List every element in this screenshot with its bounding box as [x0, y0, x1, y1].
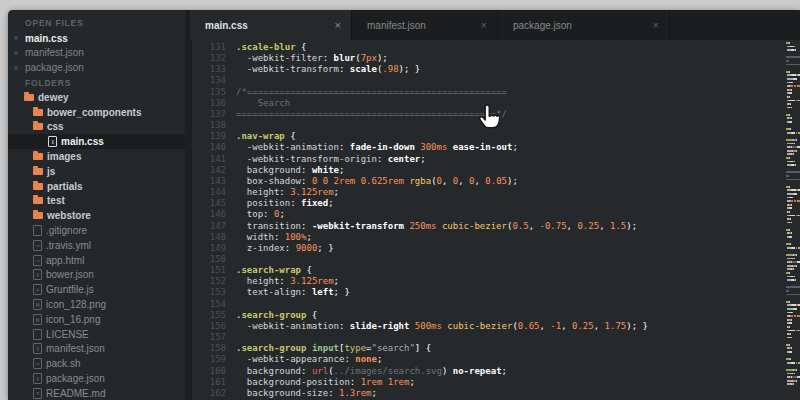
- code-line[interactable]: background-size: 1.3rem;: [236, 388, 786, 399]
- code-token: ;: [306, 232, 311, 242]
- code-line[interactable]: -webkit-animation: fade-in-down 300ms ea…: [236, 142, 786, 153]
- code-line[interactable]: background: white;: [236, 165, 786, 176]
- code-line[interactable]: text-align: left; }: [236, 287, 786, 298]
- code-token: -webkit-transform: [312, 221, 404, 231]
- line-number: 136: [192, 98, 226, 109]
- tree-item[interactable]: bower_components: [8, 105, 185, 120]
- code-token: [236, 142, 247, 152]
- code-line[interactable]: [236, 332, 786, 343]
- line-number: 131: [192, 42, 226, 53]
- open-file-item[interactable]: ×main.css: [8, 31, 185, 46]
- line-number: 156: [192, 321, 226, 332]
- tree-item[interactable]: images: [8, 149, 185, 164]
- code-line[interactable]: Search: [236, 98, 786, 109]
- tree-item[interactable]: webstore: [8, 208, 185, 223]
- code-line[interactable]: height: 3.125rem;: [236, 187, 786, 198]
- minimap-line: [786, 193, 800, 195]
- code-line[interactable]: top: 0;: [236, 209, 786, 220]
- comment-token: Search: [236, 98, 290, 108]
- tab-package.json[interactable]: package.json×: [498, 10, 670, 40]
- minimap-line: [786, 286, 800, 288]
- code-token: 0.25: [572, 321, 594, 331]
- code-line[interactable]: -webkit-animation: slide-right 500ms cub…: [236, 321, 786, 332]
- minimap-line: [786, 358, 800, 360]
- code-token: .nav-wrap: [236, 131, 285, 141]
- code-line[interactable]: [236, 254, 786, 265]
- close-icon[interactable]: ×: [12, 64, 20, 72]
- tree-item[interactable]: ▨icon_16.png: [8, 312, 185, 327]
- code-line[interactable]: .scale-blur {: [236, 42, 786, 53]
- minimap-line: [786, 103, 800, 105]
- code-line[interactable]: .search-group input[type="search"] {: [236, 343, 786, 354]
- minimap-line: [786, 383, 800, 385]
- tab-close-icon[interactable]: ×: [653, 19, 659, 31]
- code-line[interactable]: -webkit-transform-origin: center;: [236, 154, 786, 165]
- tree-item[interactable]: <>pack.sh: [8, 356, 185, 371]
- code-token: 0.65: [518, 321, 540, 331]
- tree-item[interactable]: <>app.html: [8, 253, 185, 268]
- minimap-line: [786, 254, 800, 256]
- minimap-line: [786, 42, 800, 44]
- code-buffer[interactable]: .scale-blur { -webkit-filter: blur(7px);…: [230, 40, 786, 400]
- tab-manifest.json[interactable]: manifest.json×: [352, 10, 498, 40]
- code-line[interactable]: position: fixed;: [236, 198, 786, 209]
- code-line[interactable]: width: 100%;: [236, 232, 786, 243]
- code-token: [236, 276, 247, 286]
- open-file-item[interactable]: ×package.json: [8, 60, 185, 75]
- code-line[interactable]: .nav-wrap {: [236, 131, 786, 142]
- minimap[interactable]: [786, 40, 800, 400]
- tree-item[interactable]: {}bower.json: [8, 268, 185, 283]
- code-line[interactable]: ========================================…: [236, 109, 786, 120]
- minimap-line: [786, 143, 800, 145]
- minimap-line: [786, 362, 800, 364]
- tree-item[interactable]: {}manifest.json: [8, 342, 185, 357]
- tree-item[interactable]: js: [8, 164, 185, 179]
- tree-item[interactable]: <>.travis.yml: [8, 238, 185, 253]
- tree-item[interactable]: ▨icon_128.png: [8, 297, 185, 312]
- code-line[interactable]: [236, 75, 786, 86]
- code-line[interactable]: /*======================================…: [236, 87, 786, 98]
- code-line[interactable]: [236, 120, 786, 131]
- code-line[interactable]: -webkit-transform: scale(.98); }: [236, 64, 786, 75]
- code-line[interactable]: z-index: 9000; }: [236, 243, 786, 254]
- tree-item-label: css: [47, 121, 64, 132]
- tree-item[interactable]: {}package.json: [8, 371, 185, 386]
- line-number: 137: [192, 109, 226, 120]
- code-line[interactable]: -webkit-filter: blur(7px);: [236, 53, 786, 64]
- tree-item[interactable]: .gitignore: [8, 223, 185, 238]
- tree-item[interactable]: ¶README.md: [8, 386, 185, 400]
- code-line[interactable]: .search-wrap {: [236, 265, 786, 276]
- tree-item[interactable]: jsGruntfile.js: [8, 282, 185, 297]
- tree-item[interactable]: test: [8, 194, 185, 209]
- code-line[interactable]: [236, 299, 786, 310]
- code-line[interactable]: transition: -webkit-transform 250ms cubi…: [236, 221, 786, 232]
- code-token: transition: [247, 221, 301, 231]
- tree-item[interactable]: {}main.css: [8, 134, 185, 149]
- tree-item[interactable]: partials: [8, 179, 185, 194]
- code-token: ,: [529, 221, 540, 231]
- tree-item[interactable]: dewey: [8, 90, 185, 105]
- code-token: input: [312, 343, 339, 353]
- code-line[interactable]: .search-group {: [236, 310, 786, 321]
- tab-close-icon[interactable]: ×: [335, 19, 341, 31]
- minimap-line: [786, 297, 800, 299]
- tree-item[interactable]: css: [8, 120, 185, 135]
- code-line[interactable]: box-shadow: 0 0 2rem 0.625rem rgba(0, 0,…: [236, 176, 786, 187]
- close-icon[interactable]: ×: [12, 34, 20, 42]
- tab-main.css[interactable]: main.css×: [190, 10, 352, 40]
- code-token: ); }: [626, 321, 648, 331]
- code-token: .search-wrap: [236, 265, 301, 275]
- open-file-label: main.css: [25, 33, 68, 44]
- close-icon[interactable]: ×: [12, 49, 20, 57]
- code-line[interactable]: background-position: 1rem 1rem;: [236, 377, 786, 388]
- open-file-item[interactable]: ×manifest.json: [8, 46, 185, 61]
- tree-item[interactable]: LICENSE: [8, 327, 185, 342]
- code-token: [236, 287, 247, 297]
- code-line[interactable]: height: 3.125rem;: [236, 276, 786, 287]
- line-number: 140: [192, 142, 226, 153]
- code-line[interactable]: background: url(../images/search.svg) no…: [236, 366, 786, 377]
- folder-tree: deweybower_componentscss{}main.cssimages…: [8, 90, 185, 400]
- code-line[interactable]: -webkit-appearance: none;: [236, 354, 786, 365]
- tab-close-icon[interactable]: ×: [481, 19, 487, 31]
- line-number: 133: [192, 64, 226, 75]
